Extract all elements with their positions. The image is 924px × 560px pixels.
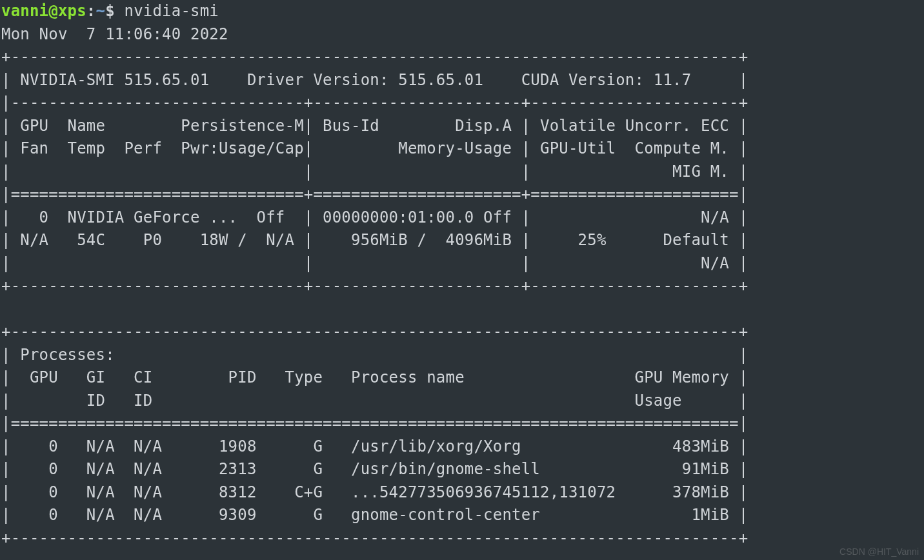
prompt-dollar: $: [105, 2, 124, 20]
prompt-at: @: [48, 2, 58, 20]
command: nvidia-smi: [124, 2, 219, 20]
proc-hdr-2: | ID ID Usage |: [1, 392, 748, 410]
proc-sep: |=======================================…: [1, 414, 748, 432]
proc-hdr-1: | GPU GI CI PID Type Process name GPU Me…: [1, 368, 748, 386]
prompt-user: vanni: [1, 2, 48, 20]
smi-top-border: +---------------------------------------…: [1, 48, 748, 66]
gpu-row-3: | | | N/A |: [1, 254, 748, 272]
gpu-row-1: | 0 NVIDIA GeForce ... Off | 00000000:01…: [1, 208, 748, 226]
proc-bottom: +---------------------------------------…: [1, 529, 748, 547]
blank-line: [1, 300, 748, 318]
timestamp: Mon Nov 7 11:06:40 2022: [1, 25, 228, 43]
prompt-host: xps: [58, 2, 86, 20]
prompt-sep: :: [86, 2, 96, 20]
proc-title: | Processes: |: [1, 346, 748, 364]
watermark: CSDN @HIT_Vanni: [839, 545, 919, 559]
proc-row: | 0 N/A N/A 1908 G /usr/lib/xorg/Xorg 48…: [1, 437, 748, 455]
smi-sep-eq: |===============================+=======…: [1, 185, 748, 203]
terminal-output: vanni@xps:~$ nvidia-smi Mon Nov 7 11:06:…: [0, 0, 924, 550]
smi-col-hdr-2: | Fan Temp Perf Pwr:Usage/Cap| Memory-Us…: [1, 139, 748, 157]
prompt-path: ~: [96, 2, 106, 20]
proc-row: | 0 N/A N/A 8312 C+G ...5427735069367451…: [1, 483, 748, 501]
smi-sep: |-------------------------------+-------…: [1, 94, 748, 112]
smi-col-hdr-3: | | | MIG M. |: [1, 163, 748, 181]
proc-row: | 0 N/A N/A 9309 G gnome-control-center …: [1, 506, 748, 524]
proc-row: | 0 N/A N/A 2313 G /usr/bin/gnome-shell …: [1, 460, 748, 478]
smi-bottom-split: +-------------------------------+-------…: [1, 277, 748, 295]
smi-header: | NVIDIA-SMI 515.65.01 Driver Version: 5…: [1, 71, 748, 89]
gpu-row-2: | N/A 54C P0 18W / N/A | 956MiB / 4096Mi…: [1, 231, 748, 249]
smi-col-hdr-1: | GPU Name Persistence-M| Bus-Id Disp.A …: [1, 117, 748, 135]
proc-top: +---------------------------------------…: [1, 323, 748, 341]
